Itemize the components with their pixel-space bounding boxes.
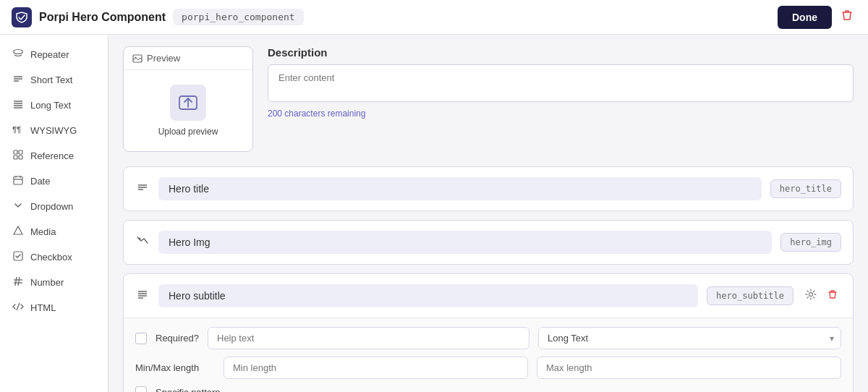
svg-line-19: [18, 277, 20, 286]
field-delete-button[interactable]: [824, 287, 841, 304]
long-text-icon: [12, 98, 25, 112]
description-title: Description: [268, 46, 854, 59]
main-layout: Repeater Short Text Long Text ¶¶ WYSIWYG…: [0, 35, 868, 392]
svg-rect-9: [14, 150, 17, 154]
svg-rect-13: [14, 176, 22, 184]
field-lines-icon: [135, 181, 150, 197]
field-name-hero-subtitle: Hero subtitle: [158, 284, 698, 307]
preview-box: Preview Upload preview: [123, 46, 253, 152]
sidebar-item-repeater[interactable]: Repeater: [0, 42, 108, 67]
short-text-icon: [12, 73, 25, 87]
minmax-label: Min/Max length: [135, 362, 215, 373]
svg-point-30: [139, 238, 141, 240]
svg-rect-11: [14, 155, 17, 159]
min-length-input[interactable]: [224, 357, 528, 379]
description-section: Description 200 characters remaining: [268, 46, 854, 119]
field-slug-hero-title: hero_title: [770, 179, 841, 198]
repeater-icon: [12, 48, 25, 61]
sidebar: Repeater Short Text Long Text ¶¶ WYSIWYG…: [0, 35, 109, 392]
upload-icon[interactable]: [170, 85, 206, 121]
svg-rect-0: [12, 7, 32, 27]
required-label: Required?: [156, 333, 199, 344]
upload-label[interactable]: Upload preview: [158, 127, 218, 137]
sidebar-item-label: Number: [30, 277, 64, 288]
field-card-hero-subtitle: Hero subtitle hero_subtitle Required?: [123, 273, 854, 392]
field-row-hero-title: Hero title hero_title: [124, 167, 853, 210]
field-lines-icon-2: [135, 288, 150, 304]
field-row-hero-img: Hero Img hero_img: [124, 221, 853, 264]
field-image-icon: [135, 234, 150, 250]
field-settings-button[interactable]: [802, 287, 820, 304]
svg-rect-23: [133, 55, 142, 62]
sidebar-item-reference[interactable]: Reference: [0, 143, 108, 169]
sidebar-item-label: Checkbox: [30, 252, 72, 263]
svg-line-22: [17, 303, 20, 310]
sidebar-item-wysiwyg[interactable]: ¶¶ WYSIWYG: [0, 118, 108, 143]
sidebar-item-date[interactable]: Date: [0, 169, 108, 194]
specific-pattern-label: Specific pattern: [156, 387, 221, 393]
type-select[interactable]: Short Text Long Text WYSIWYG HTML: [538, 327, 841, 349]
top-bar-right: Done: [778, 6, 856, 29]
svg-rect-12: [19, 155, 22, 159]
help-text-input[interactable]: [208, 327, 529, 349]
page-title: Porpi Hero Component: [39, 11, 166, 24]
required-checkbox[interactable]: [135, 333, 147, 344]
svg-rect-10: [19, 150, 22, 154]
image-icon: [132, 54, 142, 64]
field-card-hero-title: Hero title hero_title: [123, 166, 854, 211]
top-bar-left: Porpi Hero Component porpi_hero_componen…: [12, 7, 304, 27]
sidebar-item-label: Short Text: [30, 74, 72, 85]
preview-section-label: Preview: [147, 53, 180, 64]
sidebar-item-label: Repeater: [30, 49, 69, 60]
preview-label: Preview: [124, 47, 252, 70]
field-slug-hero-subtitle: hero_subtitle: [707, 286, 793, 305]
sidebar-item-label: Reference: [30, 150, 74, 161]
required-row: Required? Short Text Long Text WYSIWYG H…: [135, 327, 841, 349]
sidebar-item-short-text[interactable]: Short Text: [0, 67, 108, 93]
minmax-row: Min/Max length: [135, 357, 841, 379]
field-expanded-body: Required? Short Text Long Text WYSIWYG H…: [124, 318, 853, 392]
number-icon: [12, 276, 25, 289]
sidebar-item-label: Date: [30, 176, 50, 187]
specific-pattern-checkbox[interactable]: [135, 386, 147, 392]
top-bar: Porpi Hero Component porpi_hero_componen…: [0, 0, 868, 35]
sidebar-item-number[interactable]: Number: [0, 270, 108, 295]
top-content-row: Preview Upload preview Description 200 c…: [123, 46, 854, 152]
app-logo: [12, 7, 32, 27]
wysiwyg-icon: ¶¶: [12, 124, 25, 137]
max-length-input[interactable]: [537, 357, 841, 379]
dropdown-icon: [12, 200, 25, 213]
component-slug: porpi_hero_component: [173, 9, 304, 25]
delete-component-button[interactable]: [838, 6, 856, 28]
date-icon: [12, 174, 25, 188]
sidebar-item-checkbox[interactable]: Checkbox: [0, 244, 108, 270]
description-hint: 200 characters remaining: [268, 108, 854, 119]
field-row-hero-subtitle: Hero subtitle hero_subtitle: [124, 274, 853, 318]
field-name-hero-img: Hero Img: [158, 231, 772, 254]
sidebar-item-media[interactable]: Media: [0, 219, 108, 244]
content-area: Preview Upload preview Description 200 c…: [109, 35, 868, 392]
html-icon: [12, 301, 25, 315]
sidebar-item-label: Long Text: [30, 100, 71, 111]
preview-inner: Upload preview: [124, 70, 252, 151]
type-select-wrap: Short Text Long Text WYSIWYG HTML ▾: [538, 327, 841, 349]
field-card-hero-img: Hero Img hero_img: [123, 220, 854, 265]
media-icon: [12, 225, 25, 239]
field-slug-hero-img: hero_img: [780, 233, 841, 252]
description-input[interactable]: [268, 64, 854, 102]
svg-line-18: [15, 277, 17, 286]
field-actions-hero-subtitle: [802, 287, 841, 304]
done-button[interactable]: Done: [778, 6, 832, 29]
sidebar-item-label: HTML: [30, 302, 56, 313]
sidebar-item-label: Media: [30, 226, 56, 237]
checkbox-icon: [12, 250, 25, 264]
sidebar-item-html[interactable]: HTML: [0, 295, 108, 320]
svg-point-35: [809, 293, 813, 297]
field-name-hero-title: Hero title: [158, 177, 762, 200]
sidebar-item-label: WYSIWYG: [30, 125, 77, 136]
reference-icon: [12, 149, 25, 163]
sidebar-item-dropdown[interactable]: Dropdown: [0, 194, 108, 219]
svg-text:¶¶: ¶¶: [12, 125, 21, 134]
specific-pattern-row: Specific pattern: [135, 386, 841, 392]
sidebar-item-long-text[interactable]: Long Text: [0, 93, 108, 118]
